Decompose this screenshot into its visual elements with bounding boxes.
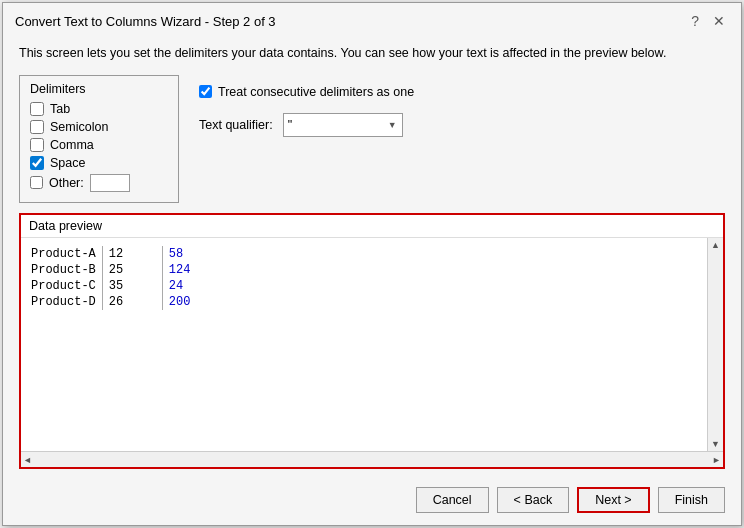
next-button[interactable]: Next > <box>577 487 649 513</box>
comma-row: Comma <box>30 138 168 152</box>
other-label: Other: <box>49 176 84 190</box>
tab-label: Tab <box>50 102 70 116</box>
vertical-scrollbar[interactable]: ▲ ▼ <box>707 238 723 452</box>
scroll-down-arrow[interactable]: ▼ <box>711 439 720 449</box>
back-button[interactable]: < Back <box>497 487 570 513</box>
tab-checkbox[interactable] <box>30 102 44 116</box>
table-cell: 25 <box>102 262 162 278</box>
right-options: Treat consecutive delimiters as one Text… <box>179 75 725 203</box>
preview-table: Product-A1258Product-B25124Product-C3524… <box>25 246 222 310</box>
qualifier-wrapper: " ' {none} <box>283 113 403 137</box>
consecutive-checkbox[interactable] <box>199 85 212 98</box>
consecutive-label: Treat consecutive delimiters as one <box>218 85 414 99</box>
qualifier-label: Text qualifier: <box>199 118 273 132</box>
preview-label: Data preview <box>21 215 723 238</box>
main-area: Delimiters Tab Semicolon Comma Space <box>19 75 725 203</box>
table-cell: 24 <box>162 278 222 294</box>
preview-table-area: Product-A1258Product-B25124Product-C3524… <box>21 238 707 452</box>
description-text: This screen lets you set the delimiters … <box>19 45 725 63</box>
consecutive-row: Treat consecutive delimiters as one <box>199 85 725 99</box>
dialog-body: This screen lets you set the delimiters … <box>3 37 741 479</box>
table-cell: 12 <box>102 246 162 262</box>
qualifier-select[interactable]: " ' {none} <box>283 113 403 137</box>
scroll-left-arrow[interactable]: ◄ <box>23 455 32 465</box>
table-row: Product-B25124 <box>25 262 222 278</box>
comma-label: Comma <box>50 138 94 152</box>
other-text-input[interactable] <box>90 174 130 192</box>
table-row: Product-C3524 <box>25 278 222 294</box>
table-row: Product-D26200 <box>25 294 222 310</box>
scroll-up-arrow[interactable]: ▲ <box>711 240 720 250</box>
semicolon-row: Semicolon <box>30 120 168 134</box>
table-cell: 200 <box>162 294 222 310</box>
delimiters-label: Delimiters <box>30 82 168 96</box>
table-cell: 124 <box>162 262 222 278</box>
table-cell: 35 <box>102 278 162 294</box>
dialog-title: Convert Text to Columns Wizard - Step 2 … <box>15 14 276 29</box>
space-checkbox[interactable] <box>30 156 44 170</box>
table-cell: Product-B <box>25 262 102 278</box>
footer: Cancel < Back Next > Finish <box>3 479 741 525</box>
table-cell: 58 <box>162 246 222 262</box>
scroll-track <box>708 250 723 440</box>
preview-section: Data preview Product-A1258Product-B25124… <box>19 213 725 470</box>
table-cell: 26 <box>102 294 162 310</box>
table-cell: Product-C <box>25 278 102 294</box>
cancel-button[interactable]: Cancel <box>416 487 489 513</box>
title-bar: Convert Text to Columns Wizard - Step 2 … <box>3 3 741 37</box>
other-checkbox[interactable] <box>30 176 43 189</box>
horizontal-scrollbar[interactable]: ◄ ► <box>21 451 723 467</box>
space-label: Space <box>50 156 85 170</box>
semicolon-label: Semicolon <box>50 120 108 134</box>
table-cell: Product-A <box>25 246 102 262</box>
dialog: Convert Text to Columns Wizard - Step 2 … <box>2 2 742 526</box>
help-button[interactable]: ? <box>687 11 703 31</box>
finish-button[interactable]: Finish <box>658 487 725 513</box>
scroll-right-arrow[interactable]: ► <box>712 455 721 465</box>
close-button[interactable]: ✕ <box>709 11 729 31</box>
table-row: Product-A1258 <box>25 246 222 262</box>
other-row: Other: <box>30 174 168 192</box>
comma-checkbox[interactable] <box>30 138 44 152</box>
preview-content: Product-A1258Product-B25124Product-C3524… <box>21 238 723 452</box>
qualifier-row: Text qualifier: " ' {none} <box>199 113 725 137</box>
space-row: Space <box>30 156 168 170</box>
semicolon-checkbox[interactable] <box>30 120 44 134</box>
delimiters-group: Delimiters Tab Semicolon Comma Space <box>19 75 179 203</box>
table-cell: Product-D <box>25 294 102 310</box>
tab-row: Tab <box>30 102 168 116</box>
